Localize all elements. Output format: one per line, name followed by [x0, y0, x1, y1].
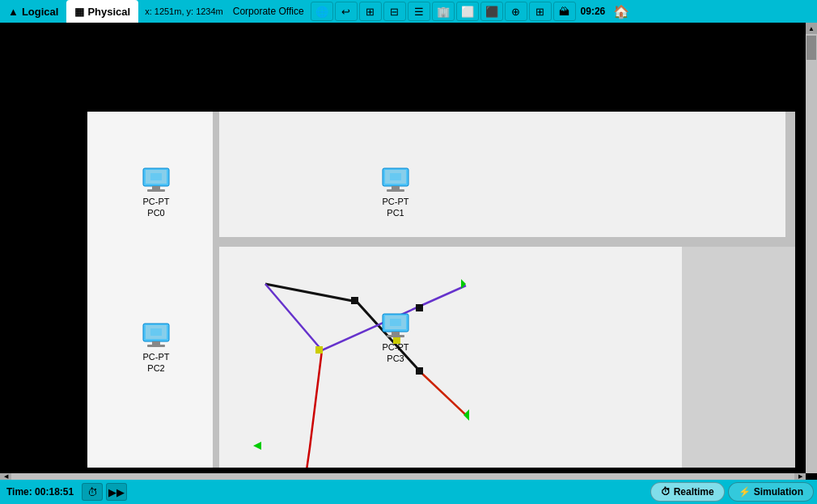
- svg-rect-17: [392, 332, 400, 335]
- list-btn[interactable]: ☰: [408, 2, 430, 21]
- simulation-mode-btn[interactable]: ⚡ Simulation: [728, 482, 814, 502]
- room-top-right: [219, 112, 795, 237]
- building-btn[interactable]: 🏢: [432, 2, 455, 21]
- tab-physical[interactable]: ▦ Physical: [66, 0, 138, 23]
- mode-buttons: ⏱ Realtime ⚡ Simulation: [650, 482, 817, 502]
- svg-rect-7: [392, 186, 400, 189]
- scroll-up-arrow[interactable]: ▲: [806, 23, 817, 34]
- simulation-icon: ⚡: [739, 486, 751, 498]
- scroll-left-arrow[interactable]: ◀: [0, 473, 11, 480]
- realtime-mode-btn[interactable]: ⏱ Realtime: [650, 482, 725, 502]
- logical-tab-label: Logical: [22, 6, 59, 18]
- logical-tab-icon: ▲: [8, 6, 19, 18]
- undo-btn[interactable]: ↩: [335, 2, 358, 21]
- status-bar: Time: 00:18:51 ⏱ ▶▶ ⏱ Realtime ⚡ Simulat…: [0, 480, 817, 504]
- svg-rect-3: [147, 189, 165, 192]
- coordinates: x: 1251m, y: 1234m: [138, 6, 230, 16]
- scroll-right-arrow[interactable]: ▶: [794, 473, 806, 480]
- room-left: [87, 112, 219, 468]
- toolbar: ▲ Logical ▦ Physical x: 1251m, y: 1234m …: [0, 0, 817, 23]
- svg-rect-18: [387, 335, 404, 337]
- location-icon-btn[interactable]: 🌐: [311, 2, 333, 21]
- home-button[interactable]: 🏠: [610, 0, 633, 23]
- pc3-label: PC-PT PC3: [383, 341, 409, 365]
- floor-plan: [87, 112, 795, 468]
- scrollbar-bottom[interactable]: ◀ ▶: [0, 473, 806, 480]
- node-pc3[interactable]: PC-PT PC3: [379, 312, 413, 365]
- svg-rect-14: [150, 328, 162, 336]
- svg-rect-2: [152, 186, 160, 189]
- physical-tab-icon: ▦: [74, 6, 84, 18]
- grid-btn[interactable]: ⊞: [529, 2, 552, 21]
- svg-rect-13: [147, 345, 165, 347]
- simulation-label: Simulation: [754, 486, 803, 498]
- location-label: Corporate Office: [230, 6, 307, 17]
- node-pc0[interactable]: PC-PT PC0: [139, 167, 173, 219]
- physical-tab-label: Physical: [87, 6, 130, 18]
- svg-rect-19: [390, 319, 401, 326]
- realtime-icon: ⏱: [661, 486, 671, 498]
- pc1-label: PC-PT PC1: [383, 196, 409, 219]
- scroll-thumb[interactable]: [806, 36, 816, 60]
- terrain-btn[interactable]: 🏔: [553, 2, 576, 21]
- device-grid-btn[interactable]: ⊞: [359, 2, 382, 21]
- pc0-label: PC-PT PC0: [143, 196, 170, 219]
- scrollbar-right[interactable]: ▲: [806, 23, 817, 473]
- layout-btn[interactable]: ⬜: [456, 2, 479, 21]
- node-pc1[interactable]: PC-PT PC1: [379, 167, 413, 219]
- pc2-label: PC-PT PC2: [143, 351, 170, 375]
- svg-rect-8: [387, 189, 404, 192]
- realtime-label: Realtime: [674, 486, 714, 498]
- timer-play-btn[interactable]: ▶▶: [106, 483, 127, 501]
- svg-rect-12: [152, 341, 160, 345]
- tab-logical[interactable]: ▲ Logical: [0, 0, 66, 23]
- connection-btn[interactable]: ⊟: [383, 2, 406, 21]
- bottom-gray: [682, 247, 795, 468]
- clock-time: 09:26: [576, 4, 611, 19]
- node-pc2[interactable]: PC-PT PC2: [139, 322, 173, 375]
- cluster-btn[interactable]: ⬛: [480, 2, 503, 21]
- canvas-area: PC-PT PC0 PC-PT PC1 PC-PT PC2: [0, 23, 806, 473]
- svg-rect-4: [150, 173, 162, 180]
- timer-reset-btn[interactable]: ⏱: [82, 483, 103, 501]
- network-btn[interactable]: ⊕: [505, 2, 527, 21]
- toolbar-icons: 🌐 ↩ ⊞ ⊟ ☰ 🏢 ⬜ ⬛ ⊕ ⊞ 🏔: [311, 2, 576, 21]
- svg-rect-9: [390, 173, 401, 180]
- wall-horizontal: [219, 237, 795, 247]
- timer-display: Time: 00:18:51: [0, 486, 80, 498]
